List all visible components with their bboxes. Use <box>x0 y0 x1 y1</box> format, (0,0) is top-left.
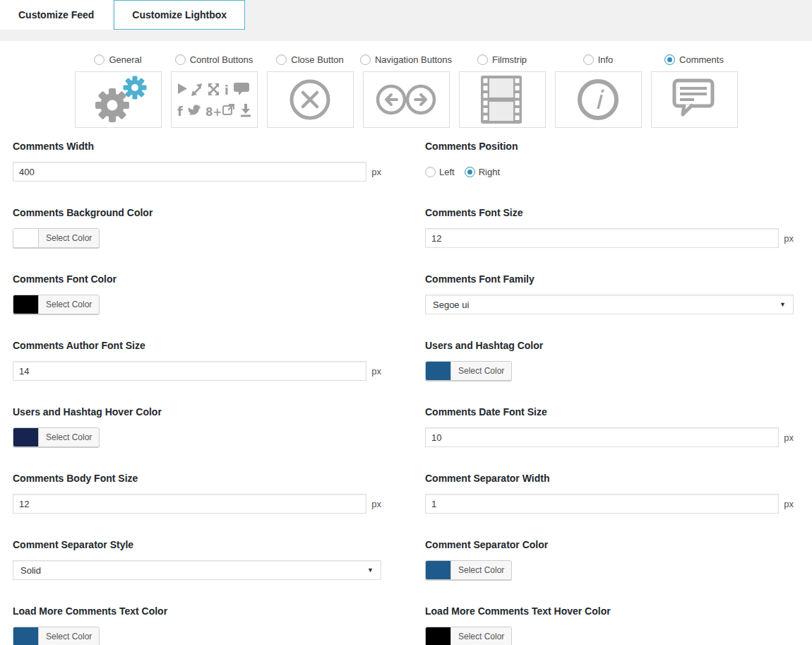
field-comments-background-color: Comments Background Color Select Color <box>13 207 381 249</box>
select-color-label: Select Color <box>450 561 511 579</box>
field-comments-date-font-size: Comments Date Font Size px <box>425 406 794 448</box>
field-comments-font-size: Comments Font Size px <box>425 207 794 249</box>
section-label-filmstrip: Filmstrip <box>492 54 527 65</box>
field-comments-width: Comments Width px <box>13 141 381 182</box>
color-swatch <box>426 362 450 380</box>
comments-body-font-size-input[interactable] <box>13 494 366 514</box>
radio-filmstrip-icon <box>477 54 488 65</box>
comments-position-left-radio[interactable]: Left <box>425 167 455 177</box>
select-color-label: Select Color <box>38 229 99 247</box>
section-radio-close-button[interactable]: Close Button <box>276 54 343 65</box>
comment-separator-color-label: Comment Separator Color <box>425 539 794 550</box>
users-hashtag-color-button[interactable]: Select Color <box>425 361 512 381</box>
comments-body-font-size-unit: px <box>371 499 381 509</box>
field-comments-font-family: Comments Font Family Segoe ui ▼ <box>425 273 794 315</box>
radio-general-icon <box>94 54 105 65</box>
section-close-button: Close Button <box>267 54 354 128</box>
field-comments-position: Comments Position Left Right <box>425 141 794 182</box>
comments-font-size-input[interactable] <box>425 228 779 248</box>
tabbar: Customize Feed Customize Lightbox <box>0 0 812 30</box>
section-control-buttons: Control Buttons i f 8+ <box>171 54 258 128</box>
chevron-down-icon: ▼ <box>367 567 374 574</box>
comment-separator-style-label: Comment Separator Style <box>13 539 381 550</box>
comments-body-font-size-label: Comments Body Font Size <box>13 473 381 484</box>
comments-position-right-radio[interactable]: Right <box>465 167 500 177</box>
comments-font-color-label: Comments Font Color <box>13 273 381 285</box>
lightbox-comments-form: Comments Width px Comments Position Left… <box>13 141 794 645</box>
comments-width-unit: px <box>371 167 381 177</box>
section-radio-navigation-buttons[interactable]: Navigation Buttons <box>360 54 452 65</box>
radio-close-button-icon <box>276 54 287 65</box>
color-swatch <box>13 295 38 314</box>
section-iconbox-navigation-buttons[interactable] <box>363 71 450 128</box>
comment-separator-color-button[interactable]: Select Color <box>425 560 512 580</box>
section-radio-filmstrip[interactable]: Filmstrip <box>477 54 527 65</box>
gears-icon <box>76 73 160 126</box>
comments-background-color-button[interactable]: Select Color <box>13 228 100 248</box>
tabbar-spacer <box>0 30 812 41</box>
load-more-comments-text-hover-color-button[interactable]: Select Color <box>425 627 512 645</box>
load-more-comments-text-color-button[interactable]: Select Color <box>13 627 100 645</box>
radio-left-icon <box>425 167 436 177</box>
comments-font-color-button[interactable]: Select Color <box>13 295 100 314</box>
comment-separator-width-label: Comment Separator Width <box>425 473 794 484</box>
section-radio-control-buttons[interactable]: Control Buttons <box>175 54 253 65</box>
select-color-label: Select Color <box>38 295 99 314</box>
field-comments-author-font-size: Comments Author Font Size px <box>13 340 381 381</box>
select-color-label: Select Color <box>450 362 511 380</box>
info-circle-icon: i <box>556 72 640 127</box>
color-swatch <box>426 627 450 645</box>
tab-customize-lightbox[interactable]: Customize Lightbox <box>114 0 245 30</box>
comments-author-font-size-input[interactable] <box>13 361 366 381</box>
section-radio-info[interactable]: Info <box>583 54 614 65</box>
comment-separator-style-select[interactable]: Solid ▼ <box>13 560 381 580</box>
tab-customize-feed[interactable]: Customize Feed <box>0 0 112 30</box>
section-navigation-buttons: Navigation Buttons <box>363 54 450 128</box>
select-color-label: Select Color <box>38 428 99 446</box>
field-comment-separator-style: Comment Separator Style Solid ▼ <box>13 539 381 581</box>
field-users-hashtag-hover-color: Users and Hashtag Hover Color Select Col… <box>13 406 381 448</box>
color-swatch <box>13 428 38 446</box>
section-iconbox-filmstrip[interactable] <box>459 71 546 128</box>
lightbox-section-chooser: General <box>0 54 812 128</box>
svg-text:i: i <box>595 85 604 114</box>
comments-date-font-size-label: Comments Date Font Size <box>425 406 794 418</box>
section-iconbox-close-button[interactable] <box>267 71 354 128</box>
comment-separator-width-input[interactable] <box>425 494 779 514</box>
comments-background-color-label: Comments Background Color <box>13 207 381 218</box>
comments-font-family-select[interactable]: Segoe ui ▼ <box>425 295 794 314</box>
section-label-general: General <box>109 54 141 65</box>
field-load-more-comments-text-color: Load More Comments Text Color Select Col… <box>13 605 381 645</box>
radio-navigation-buttons-icon <box>360 54 371 65</box>
nav-arrows-icon <box>364 72 448 127</box>
radio-control-buttons-icon <box>175 54 186 65</box>
comments-position-label: Comments Position <box>425 141 794 152</box>
filmstrip-icon <box>460 72 544 127</box>
section-label-navigation-buttons: Navigation Buttons <box>375 54 452 65</box>
color-swatch <box>13 229 38 247</box>
users-hashtag-hover-color-button[interactable]: Select Color <box>13 427 100 447</box>
section-radio-comments[interactable]: Comments <box>664 54 724 65</box>
select-color-label: Select Color <box>38 627 99 645</box>
section-iconbox-general[interactable] <box>75 71 162 128</box>
radio-comments-icon <box>664 54 675 65</box>
field-comments-body-font-size: Comments Body Font Size px <box>13 473 381 514</box>
comments-width-input[interactable] <box>13 162 366 182</box>
section-iconbox-control-buttons[interactable]: i f 8+ <box>171 71 258 128</box>
radio-info-icon <box>583 54 594 65</box>
comments-date-font-size-input[interactable] <box>425 427 779 447</box>
svg-text:f: f <box>177 104 183 119</box>
section-comments: Comments <box>651 54 738 128</box>
field-users-hashtag-color: Users and Hashtag Color Select Color <box>425 340 794 381</box>
color-swatch <box>13 627 38 645</box>
svg-text:8+: 8+ <box>205 106 222 119</box>
section-radio-general[interactable]: General <box>94 54 141 65</box>
comments-date-font-size-unit: px <box>784 432 794 443</box>
comments-author-font-size-label: Comments Author Font Size <box>13 340 381 351</box>
comment-bubble-icon <box>652 72 736 127</box>
section-iconbox-comments[interactable] <box>651 71 738 128</box>
section-iconbox-info[interactable]: i <box>555 71 642 128</box>
section-label-comments: Comments <box>679 54 724 65</box>
users-hashtag-color-label: Users and Hashtag Color <box>425 340 794 351</box>
customize-lightbox-page: { "tabs": { "items": [ { "label": "Custo… <box>0 0 812 645</box>
